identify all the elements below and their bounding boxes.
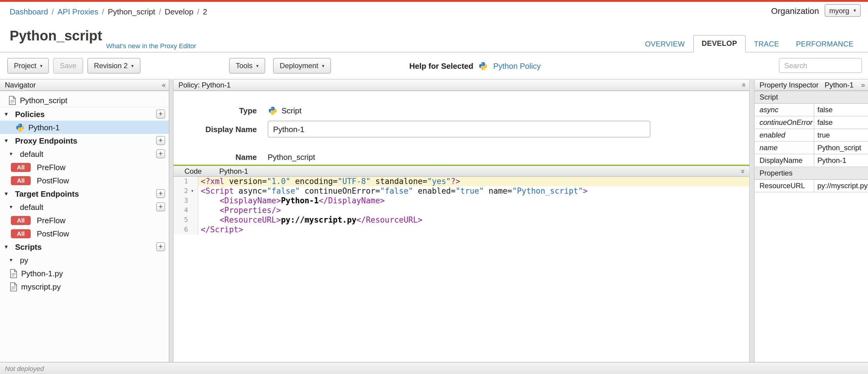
flow-all-badge: All [11, 229, 31, 238]
type-value: Script [281, 106, 301, 115]
caret-down-icon[interactable]: ▾ [10, 151, 16, 157]
property-inspector-subtitle: Python-1 [825, 81, 854, 89]
project-menu-button[interactable]: Project ▾ [7, 58, 49, 74]
breadcrumb-item-dashboard[interactable]: Dashboard [10, 7, 48, 16]
help-for-selected-label: Help for Selected [409, 61, 473, 70]
type-label: Type [174, 106, 257, 115]
caret-down-icon[interactable]: ▾ [5, 138, 11, 144]
caret-down-icon[interactable]: ▾ [5, 191, 11, 197]
code-header: Code Python-1 « [174, 165, 749, 177]
nav-item-label: myscript.py [21, 282, 61, 291]
tools-menu-button[interactable]: Tools ▾ [229, 58, 265, 74]
save-button[interactable]: Save [53, 58, 83, 74]
revision-menu-button[interactable]: Revision 2 ▾ [87, 58, 140, 74]
nav-item-label: PreFlow [37, 215, 65, 225]
collapse-left-icon[interactable]: « [162, 81, 166, 89]
nav-section-target-endpoints[interactable]: ▾Target Endpoints+ [0, 187, 169, 200]
tab-develop[interactable]: DEVELOP [693, 35, 746, 53]
code-line-text: <?xml version="1.0" encoding="UTF-8" sta… [198, 177, 749, 186]
nav-section-scripts[interactable]: ▾Scripts+ [0, 240, 169, 253]
code-line-6[interactable]: 6</Script> [174, 225, 749, 235]
nav-flow-preflow[interactable]: AllPreFlow [0, 161, 169, 174]
display-name-row: Display Name [174, 121, 749, 138]
nav-section-proxy-endpoints[interactable]: ▾Proxy Endpoints+ [0, 134, 169, 147]
code-line-2[interactable]: 2▾<Script async="false" continueOnError=… [174, 186, 749, 196]
nav-item-label: PostFlow [37, 176, 69, 185]
line-number: 6 [174, 225, 188, 235]
organization-select[interactable]: myorg ▾ [824, 4, 861, 17]
nav-item-label: default [20, 202, 43, 211]
nav-file-myscript-py[interactable]: myscript.py [0, 280, 169, 293]
add-button[interactable]: + [156, 136, 165, 145]
breadcrumb-item-develop: Develop [164, 7, 193, 16]
nav-item-label: default [20, 149, 43, 159]
deployment-menu-label: Deployment [280, 61, 318, 70]
breadcrumb-separator: / [52, 7, 54, 16]
nav-flow-postflow[interactable]: AllPostFlow [0, 227, 169, 240]
caret-down-icon[interactable]: ▾ [5, 111, 11, 117]
add-button[interactable]: + [156, 149, 165, 159]
code-editor[interactable]: 1<?xml version="1.0" encoding="UTF-8" st… [174, 177, 749, 362]
code-line-4[interactable]: 4 <Properties/> [174, 206, 749, 215]
code-line-text: </Script> [198, 225, 749, 235]
search-input[interactable] [779, 58, 862, 73]
code-line-3[interactable]: 3 <DisplayName>Python-1</DisplayName> [174, 196, 749, 206]
line-number-gutter: 6 [174, 225, 198, 235]
line-number-gutter: 1 [174, 177, 198, 186]
whats-new-link[interactable]: What's new in the Proxy Editor [106, 42, 196, 50]
policy-editor-pane: Policy: Python-1 « Type Script Display N… [173, 79, 750, 362]
breadcrumb: Dashboard/API Proxies/Python_script/Deve… [10, 7, 207, 16]
tab-overview[interactable]: OVERVIEW [637, 36, 693, 53]
navigator-header: Navigator « [0, 79, 169, 91]
chevron-down-icon: ▾ [40, 63, 42, 68]
caret-down-icon[interactable]: ▾ [5, 244, 11, 250]
caret-down-icon[interactable]: ▾ [10, 257, 16, 263]
add-button[interactable]: + [156, 189, 165, 198]
nav-item-label: Python_script [20, 96, 67, 105]
breadcrumb-item-api-proxies[interactable]: API Proxies [57, 7, 98, 16]
property-name: async [755, 104, 814, 116]
code-line-5[interactable]: 5 <ResourceURL>py://myscript.py</Resourc… [174, 215, 749, 225]
breadcrumb-separator: / [159, 7, 161, 16]
display-name-input[interactable] [268, 121, 650, 138]
nav-sub-default[interactable]: ▾default+ [0, 200, 169, 213]
property-value: false [814, 104, 868, 116]
type-row: Type Script [174, 104, 749, 116]
file-icon [10, 282, 18, 291]
display-name-label: Display Name [174, 124, 257, 134]
add-button[interactable]: + [156, 242, 165, 251]
property-name: continueOnError [755, 116, 814, 128]
nav-root-python-script[interactable]: Python_script [0, 93, 169, 107]
navigator-tree: Python_script▾Policies+Python-1▾Proxy En… [0, 91, 169, 362]
tab-trace[interactable]: TRACE [746, 36, 787, 53]
nav-file-python-1-py[interactable]: Python-1.py [0, 267, 169, 280]
property-name: enabled [755, 129, 814, 141]
nav-sub-py[interactable]: ▾py [0, 253, 169, 267]
add-button[interactable]: + [156, 202, 165, 211]
deployment-menu-button[interactable]: Deployment ▾ [273, 58, 331, 74]
type-value-group: Script [268, 106, 301, 115]
collapse-right-icon[interactable]: » [861, 81, 865, 89]
save-button-label: Save [60, 61, 76, 70]
collapse-down-icon[interactable]: « [739, 169, 746, 173]
add-button[interactable]: + [156, 110, 165, 118]
nav-flow-preflow[interactable]: AllPreFlow [0, 213, 169, 227]
chevron-down-icon: ▾ [131, 63, 134, 68]
nav-section-policies[interactable]: ▾Policies+ [0, 107, 169, 121]
fold-marker-icon[interactable]: ▾ [188, 186, 196, 196]
collapse-up-icon[interactable]: « [741, 83, 748, 87]
main-area: Navigator « Python_script▾Policies+Pytho… [0, 79, 868, 362]
line-number-gutter: 3 [174, 196, 198, 206]
nav-item-label: PreFlow [37, 163, 65, 172]
nav-sub-default[interactable]: ▾default+ [0, 147, 169, 161]
caret-down-icon[interactable]: ▾ [10, 204, 16, 210]
nav-item-label: Target Endpoints [15, 189, 79, 198]
tab-performance[interactable]: PERFORMANCE [787, 36, 862, 53]
toolbar-left-group: Project ▾ Save Revision 2 ▾ [7, 58, 141, 74]
code-line-1[interactable]: 1<?xml version="1.0" encoding="UTF-8" st… [174, 177, 749, 186]
nav-item-label: Proxy Endpoints [15, 136, 78, 145]
nav-policy-python-1[interactable]: Python-1 [0, 121, 169, 134]
property-section-script: Script [755, 91, 868, 104]
nav-flow-postflow[interactable]: AllPostFlow [0, 174, 169, 187]
python-policy-link[interactable]: Python Policy [493, 61, 541, 70]
